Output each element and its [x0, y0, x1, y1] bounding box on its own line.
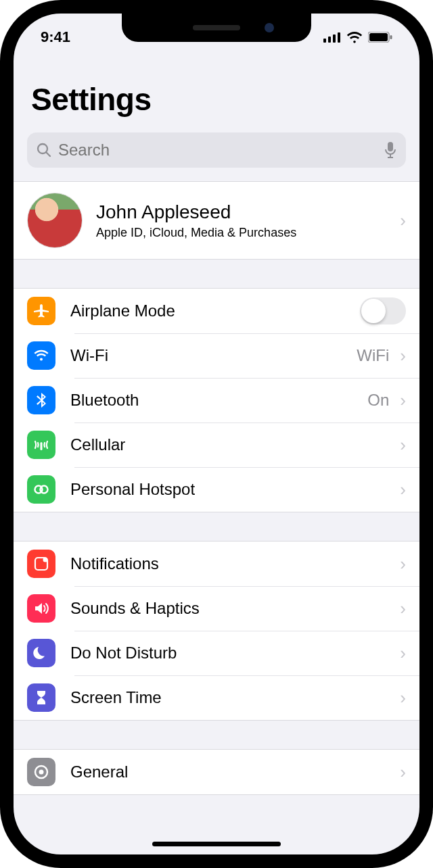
profile-name: John Appleseed: [96, 201, 396, 223]
chevron-right-icon: ›: [400, 643, 406, 664]
search-input[interactable]: [58, 141, 378, 160]
speaker-grille: [193, 25, 240, 30]
status-time: 9:41: [41, 28, 70, 46]
svg-rect-6: [390, 35, 392, 39]
screentime-row[interactable]: Screen Time ›: [14, 675, 419, 720]
sounds-row[interactable]: Sounds & Haptics ›: [14, 586, 419, 631]
home-indicator[interactable]: [152, 842, 281, 846]
svg-point-14: [41, 486, 48, 493]
svg-rect-9: [388, 142, 393, 151]
avatar: [27, 193, 83, 248]
svg-line-8: [47, 153, 51, 157]
cellular-icon: [27, 431, 55, 459]
connectivity-group: Airplane Mode Wi-Fi WiFi › Bluetooth On …: [14, 288, 419, 512]
airplane-mode-row[interactable]: Airplane Mode: [14, 289, 419, 333]
dnd-row[interactable]: Do Not Disturb ›: [14, 631, 419, 675]
notch: [122, 14, 311, 42]
wifi-row[interactable]: Wi-Fi WiFi ›: [14, 333, 419, 378]
group-gap: [14, 721, 419, 749]
row-label: Airplane Mode: [70, 302, 360, 320]
row-label: Wi-Fi: [70, 346, 357, 365]
header: Settings: [14, 54, 419, 124]
row-label: Sounds & Haptics: [70, 599, 396, 618]
screen: 9:41 Settings: [14, 14, 419, 854]
group-gap: [14, 512, 419, 541]
row-label: Bluetooth: [70, 391, 367, 410]
svg-rect-1: [328, 37, 331, 43]
chevron-right-icon: ›: [400, 554, 406, 575]
row-value: On: [367, 391, 389, 410]
general-row[interactable]: General ›: [14, 750, 419, 794]
chevron-right-icon: ›: [400, 479, 406, 500]
svg-rect-5: [369, 33, 388, 41]
row-label: Notifications: [70, 554, 396, 573]
wifi-settings-icon: [27, 341, 55, 370]
hotspot-row[interactable]: Personal Hotspot ›: [14, 467, 419, 512]
chevron-right-icon: ›: [400, 688, 406, 708]
search-icon: [37, 143, 51, 158]
chevron-right-icon: ›: [400, 598, 406, 619]
hotspot-icon: [27, 475, 55, 504]
row-label: General: [70, 763, 396, 781]
chevron-right-icon: ›: [400, 390, 406, 411]
cellular-signal-icon: [323, 32, 341, 43]
cellular-row[interactable]: Cellular ›: [14, 423, 419, 467]
row-label: Do Not Disturb: [70, 644, 396, 662]
device-frame: 9:41 Settings: [0, 0, 433, 868]
notifications-icon: [27, 550, 55, 578]
profile-group: John Appleseed Apple ID, iCloud, Media &…: [14, 181, 419, 260]
row-label: Cellular: [70, 435, 396, 454]
bluetooth-row[interactable]: Bluetooth On ›: [14, 378, 419, 423]
alerts-group: Notifications › Sounds & Haptics › Do No…: [14, 541, 419, 721]
svg-point-18: [39, 770, 44, 775]
status-right: [323, 31, 392, 43]
page-title: Settings: [31, 81, 402, 118]
chevron-right-icon: ›: [400, 435, 406, 456]
bluetooth-icon: [27, 386, 55, 414]
row-label: Personal Hotspot: [70, 480, 396, 499]
microphone-icon[interactable]: [384, 141, 396, 159]
profile-subtitle: Apple ID, iCloud, Media & Purchases: [96, 226, 396, 240]
battery-icon: [368, 32, 392, 43]
svg-point-16: [43, 558, 48, 562]
front-camera: [265, 23, 274, 32]
notifications-row[interactable]: Notifications ›: [14, 541, 419, 586]
airplane-toggle[interactable]: [360, 297, 406, 324]
group-gap: [14, 260, 419, 288]
chevron-right-icon: ›: [400, 210, 406, 231]
search-field[interactable]: [27, 132, 406, 168]
apple-id-row[interactable]: John Appleseed Apple ID, iCloud, Media &…: [14, 182, 419, 259]
row-value: WiFi: [357, 346, 389, 365]
svg-rect-2: [333, 34, 336, 43]
profile-text: John Appleseed Apple ID, iCloud, Media &…: [96, 201, 396, 240]
svg-rect-3: [338, 32, 340, 43]
general-group: General ›: [14, 749, 419, 795]
chevron-right-icon: ›: [400, 762, 406, 783]
airplane-icon: [27, 297, 55, 325]
wifi-icon: [346, 31, 363, 43]
svg-rect-0: [323, 39, 326, 43]
moon-icon: [27, 639, 55, 667]
chevron-right-icon: ›: [400, 345, 406, 366]
hourglass-icon: [27, 683, 55, 712]
sounds-icon: [27, 594, 55, 623]
gear-icon: [27, 758, 55, 786]
svg-rect-12: [41, 442, 43, 450]
row-label: Screen Time: [70, 688, 396, 707]
